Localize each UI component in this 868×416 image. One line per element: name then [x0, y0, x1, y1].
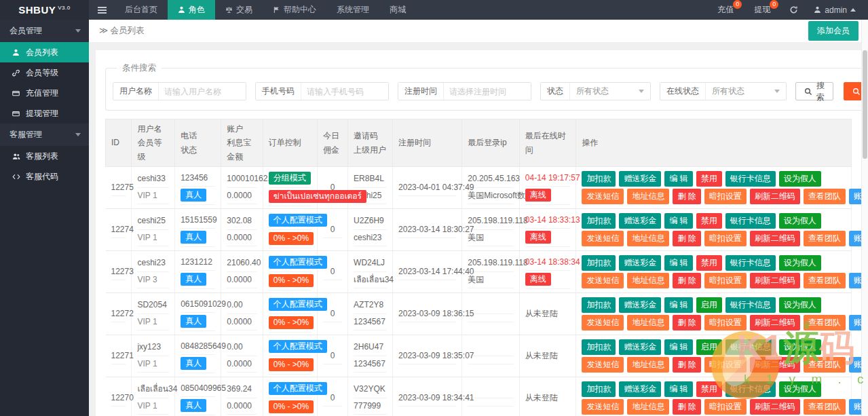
sidebar-section-header[interactable]: 客服管理	[0, 124, 89, 146]
action-button-银行卡信息[interactable]: 银行卡信息	[725, 213, 776, 229]
action-button-发送短信[interactable]: 发送短信	[582, 273, 624, 288]
nav-tab-system[interactable]: 系统管理	[326, 0, 379, 20]
toggle-status-button[interactable]: 禁用	[696, 255, 722, 271]
action-button-赠送彩金[interactable]: 赠送彩金	[619, 213, 661, 229]
action-button-刷新二维码[interactable]: 刷新二维码	[750, 357, 800, 373]
action-button-暗扣设置[interactable]: 暗扣设置	[704, 357, 747, 373]
sidebar-item-service-code[interactable]: 客服代码	[0, 166, 89, 187]
action-button-银行卡信息[interactable]: 银行卡信息	[725, 255, 776, 271]
toggle-status-button[interactable]: 启用	[696, 297, 722, 313]
action-button-赠送彩金[interactable]: 赠送彩金	[619, 297, 661, 313]
action-button-银行卡信息[interactable]: 银行卡信息	[725, 381, 776, 397]
recharge-nav-item[interactable]: 充值 0	[707, 0, 744, 20]
nav-tab-help[interactable]: 帮助中心	[263, 0, 326, 20]
toggle-status-button[interactable]: 禁用	[696, 381, 722, 397]
status-select[interactable]: 所有状态	[570, 83, 650, 100]
action-button-暗扣设置[interactable]: 暗扣设置	[704, 399, 747, 415]
action-button-删 除[interactable]: 删 除	[673, 273, 700, 288]
action-button-赠送彩金[interactable]: 赠送彩金	[619, 381, 661, 397]
action-button-发送短信[interactable]: 发送短信	[582, 189, 624, 204]
sidebar-item-member-list[interactable]: 会员列表	[0, 42, 89, 62]
action-button-删 除[interactable]: 删 除	[673, 399, 700, 415]
action-button-删 除[interactable]: 删 除	[673, 357, 700, 373]
nav-tab-mall[interactable]: 商城	[379, 0, 416, 20]
action-button-刷新二维码[interactable]: 刷新二维码	[750, 315, 800, 330]
action-button-发送短信[interactable]: 发送短信	[582, 357, 624, 373]
nav-tab-role[interactable]: 角色	[168, 0, 215, 20]
action-button-银行卡信息[interactable]: 银行卡信息	[725, 339, 776, 355]
toggle-status-button[interactable]: 启用	[696, 339, 722, 355]
action-button-刷新二维码[interactable]: 刷新二维码	[750, 273, 800, 288]
sidebar-item-member-level[interactable]: 会员等级	[0, 62, 89, 83]
scrollbar-thumb[interactable]	[863, 50, 867, 159]
action-button-加扣款[interactable]: 加扣款	[582, 255, 616, 271]
action-button-查看团队[interactable]: 查看团队	[804, 399, 846, 415]
action-button-加扣款[interactable]: 加扣款	[582, 297, 616, 313]
action-button-设为假人[interactable]: 设为假人	[779, 255, 821, 271]
scrollbar[interactable]	[861, 20, 868, 416]
action-button-编 辑[interactable]: 编 辑	[664, 381, 692, 397]
nav-tab-home[interactable]: 后台首页	[115, 0, 168, 20]
action-button-编 辑[interactable]: 编 辑	[664, 339, 692, 355]
online-status-select[interactable]: 所有状态	[706, 83, 786, 100]
action-button-查看团队[interactable]: 查看团队	[804, 189, 846, 204]
action-button-地址信息[interactable]: 地址信息	[627, 357, 669, 373]
action-button-赠送彩金[interactable]: 赠送彩金	[619, 255, 661, 271]
action-button-暗扣设置[interactable]: 暗扣设置	[704, 231, 747, 246]
action-button-地址信息[interactable]: 地址信息	[627, 231, 669, 246]
action-button-发送短信[interactable]: 发送短信	[582, 231, 624, 246]
action-button-设为假人[interactable]: 设为假人	[779, 297, 821, 313]
action-button-刷新二维码[interactable]: 刷新二维码	[750, 189, 800, 204]
action-button-查看团队[interactable]: 查看团队	[804, 315, 846, 330]
toggle-status-button[interactable]: 禁用	[696, 171, 722, 187]
action-button-编 辑[interactable]: 编 辑	[664, 213, 692, 229]
action-button-银行卡信息[interactable]: 银行卡信息	[725, 297, 776, 313]
action-button-银行卡信息[interactable]: 银行卡信息	[725, 171, 776, 187]
action-button-加扣款[interactable]: 加扣款	[582, 339, 616, 355]
add-member-button[interactable]: 添加会员	[808, 21, 858, 41]
action-button-查看团队[interactable]: 查看团队	[804, 231, 846, 246]
action-button-发送短信[interactable]: 发送短信	[582, 399, 624, 415]
action-button-查看团队[interactable]: 查看团队	[804, 273, 846, 288]
refresh-icon[interactable]	[780, 5, 807, 14]
action-button-地址信息[interactable]: 地址信息	[627, 315, 669, 330]
search-button[interactable]: 搜 索	[795, 82, 833, 100]
action-button-删 除[interactable]: 删 除	[673, 315, 700, 330]
action-button-删 除[interactable]: 删 除	[673, 231, 700, 246]
withdraw-nav-item[interactable]: 提现 0	[744, 0, 780, 20]
reg-time-input[interactable]	[444, 83, 531, 100]
action-button-加扣款[interactable]: 加扣款	[582, 213, 616, 229]
action-button-刷新二维码[interactable]: 刷新二维码	[750, 399, 800, 415]
action-button-设为假人[interactable]: 设为假人	[779, 213, 821, 229]
action-button-加扣款[interactable]: 加扣款	[582, 381, 616, 397]
action-button-设为假人[interactable]: 设为假人	[779, 381, 821, 397]
sidebar-section-header[interactable]: 会员管理	[0, 20, 89, 42]
action-button-暗扣设置[interactable]: 暗扣设置	[704, 315, 747, 330]
sidebar-item-service-list[interactable]: 客服列表	[0, 146, 89, 166]
username-input[interactable]	[159, 83, 246, 100]
action-button-暗扣设置[interactable]: 暗扣设置	[704, 273, 747, 288]
action-button-编 辑[interactable]: 编 辑	[664, 297, 692, 313]
menu-toggle-icon[interactable]	[89, 0, 115, 20]
nav-tab-trade[interactable]: 交易	[215, 0, 263, 20]
action-button-加扣款[interactable]: 加扣款	[582, 171, 616, 187]
action-button-地址信息[interactable]: 地址信息	[627, 189, 669, 204]
action-button-设为假人[interactable]: 设为假人	[779, 339, 821, 355]
action-button-查看团队[interactable]: 查看团队	[804, 357, 846, 373]
action-button-刷新二维码[interactable]: 刷新二维码	[750, 231, 800, 246]
phone-input[interactable]	[301, 83, 388, 100]
action-button-设为假人[interactable]: 设为假人	[779, 171, 821, 187]
sidebar-item-withdraw-mgmt[interactable]: 提现管理	[0, 103, 89, 124]
action-button-编 辑[interactable]: 编 辑	[664, 255, 692, 271]
action-button-地址信息[interactable]: 地址信息	[627, 273, 669, 288]
admin-menu[interactable]: admin	[807, 5, 868, 15]
action-button-发送短信[interactable]: 发送短信	[582, 315, 624, 330]
toggle-status-button[interactable]: 禁用	[696, 213, 722, 229]
action-button-地址信息[interactable]: 地址信息	[627, 399, 669, 415]
action-button-删 除[interactable]: 删 除	[673, 189, 700, 204]
action-button-暗扣设置[interactable]: 暗扣设置	[704, 189, 747, 204]
action-button-赠送彩金[interactable]: 赠送彩金	[619, 171, 661, 187]
action-button-编 辑[interactable]: 编 辑	[664, 171, 692, 187]
sidebar-item-recharge-mgmt[interactable]: 充值管理	[0, 83, 89, 103]
action-button-赠送彩金[interactable]: 赠送彩金	[619, 339, 661, 355]
